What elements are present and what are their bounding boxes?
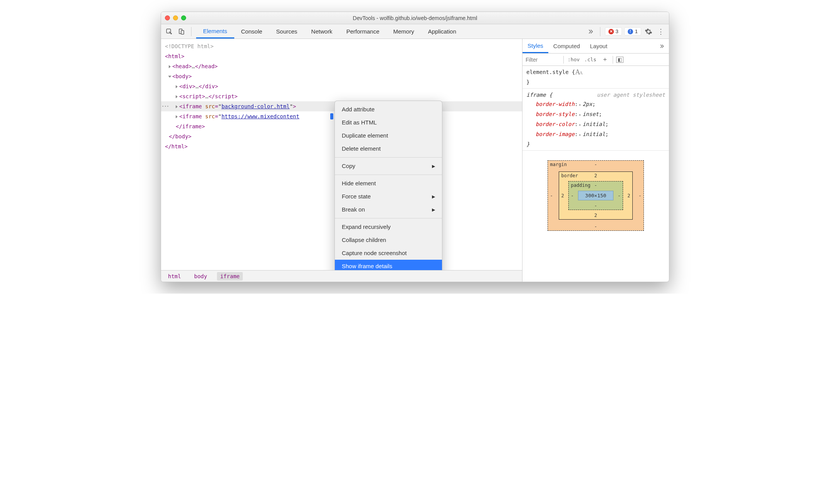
- styles-tab-layout[interactable]: Layout: [585, 39, 612, 53]
- styles-tabs: StylesComputedLayout: [523, 39, 669, 54]
- minimize-window-icon[interactable]: [173, 15, 178, 20]
- tab-elements[interactable]: Elements: [196, 24, 234, 39]
- window-title: DevTools - wolfib.github.io/web-demos/js…: [161, 15, 669, 21]
- toolbar: ElementsConsoleSourcesNetworkPerformance…: [161, 24, 669, 39]
- titlebar: DevTools - wolfib.github.io/web-demos/js…: [161, 12, 669, 24]
- iframe-rule: iframe {user agent stylesheet border-wid…: [523, 89, 669, 151]
- close-window-icon[interactable]: [165, 15, 170, 20]
- css-rules[interactable]: element.style {AA } iframe {user agent s…: [523, 66, 669, 151]
- ctx-collapse-children[interactable]: Collapse children: [335, 234, 442, 247]
- elements-panel: <!DOCTYPE html> <html> <head>…</head> <b…: [161, 39, 523, 282]
- main-area: <!DOCTYPE html> <html> <head>…</head> <b…: [161, 39, 669, 282]
- tab-application[interactable]: Application: [421, 24, 463, 39]
- ctx-hide-element[interactable]: Hide element: [335, 177, 442, 190]
- ctx-capture-node-screenshot[interactable]: Capture node screenshot: [335, 247, 442, 260]
- zoom-window-icon[interactable]: [181, 15, 186, 20]
- inspect-icon[interactable]: [164, 27, 174, 37]
- styles-filter-bar: :hov .cls ＋ ◧: [523, 54, 669, 66]
- breadcrumbs[interactable]: htmlbodyiframe: [161, 270, 522, 282]
- ctx-copy[interactable]: Copy▶: [335, 160, 442, 173]
- issues-count: 1: [635, 29, 638, 34]
- tab-network[interactable]: Network: [304, 24, 339, 39]
- dom-tree[interactable]: <!DOCTYPE html> <html> <head>…</head> <b…: [161, 39, 522, 270]
- styles-tab-computed[interactable]: Computed: [548, 39, 585, 53]
- ctx-expand-recursively[interactable]: Expand recursively: [335, 220, 442, 234]
- tab-performance[interactable]: Performance: [339, 24, 386, 39]
- errors-count: 3: [616, 29, 618, 34]
- breadcrumb-html[interactable]: html: [165, 272, 184, 281]
- element-style-rule: element.style {AA }: [523, 66, 669, 89]
- breadcrumb-body[interactable]: body: [191, 272, 210, 281]
- more-tabs-icon[interactable]: [585, 27, 595, 37]
- ctx-edit-as-html[interactable]: Edit as HTML: [335, 116, 442, 129]
- devtools-window: DevTools - wolfib.github.io/web-demos/js…: [161, 12, 669, 282]
- font-size-icon[interactable]: AA: [575, 68, 582, 76]
- tab-console[interactable]: Console: [234, 24, 269, 39]
- ctx-delete-element[interactable]: Delete element: [335, 142, 442, 155]
- gear-icon[interactable]: [644, 27, 654, 37]
- ctx-force-state[interactable]: Force state▶: [335, 190, 442, 203]
- tab-sources[interactable]: Sources: [269, 24, 304, 39]
- device-toggle-icon[interactable]: [176, 27, 186, 37]
- tab-memory[interactable]: Memory: [386, 24, 421, 39]
- panel-modes-icon[interactable]: ◧: [616, 57, 623, 63]
- traffic-lights: [165, 15, 186, 20]
- box-model-content: 300×150: [578, 191, 614, 200]
- cls-toggle[interactable]: .cls: [583, 57, 597, 62]
- ctx-show-iframe-details[interactable]: Show iframe details: [335, 260, 442, 270]
- ctx-break-on[interactable]: Break on▶: [335, 203, 442, 216]
- styles-panel: StylesComputedLayout :hov .cls ＋ ◧ eleme…: [523, 39, 669, 282]
- ctx-duplicate-element[interactable]: Duplicate element: [335, 129, 442, 142]
- kebab-menu-icon[interactable]: ⋮: [656, 27, 666, 37]
- panel-tabs: ElementsConsoleSourcesNetworkPerformance…: [196, 24, 583, 39]
- breadcrumb-iframe[interactable]: iframe: [217, 272, 243, 281]
- badge-area: ✕3 !1: [605, 27, 641, 35]
- context-menu: Add attributeEdit as HTMLDuplicate eleme…: [334, 101, 442, 270]
- svg-rect-2: [181, 30, 184, 34]
- styles-tab-styles[interactable]: Styles: [523, 39, 548, 53]
- new-rule-icon[interactable]: ＋: [600, 55, 610, 64]
- hov-toggle[interactable]: :hov: [567, 57, 580, 62]
- ctx-add-attribute[interactable]: Add attribute: [335, 103, 442, 116]
- more-style-tabs-icon[interactable]: [654, 39, 669, 53]
- box-model[interactable]: margin - - - - border 2 2 2 2 padding -: [523, 151, 669, 240]
- errors-badge[interactable]: ✕3: [605, 27, 622, 35]
- issues-badge[interactable]: !1: [624, 27, 641, 35]
- styles-filter-input[interactable]: [526, 57, 560, 63]
